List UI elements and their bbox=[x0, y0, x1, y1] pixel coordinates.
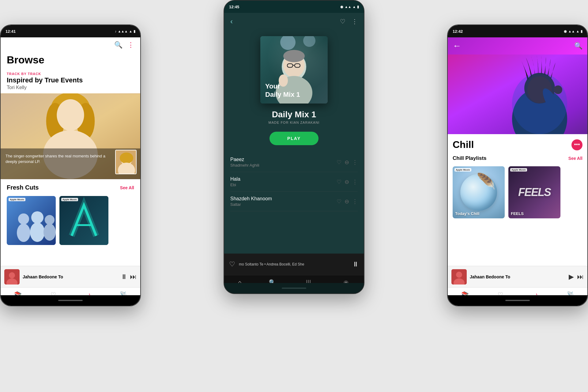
heart-track-3[interactable]: ♡ bbox=[337, 198, 341, 205]
svg-point-14 bbox=[17, 224, 30, 242]
remove-track-3[interactable]: ⊖ bbox=[345, 198, 349, 205]
chill-playlists-title: Chill Playlists bbox=[453, 155, 487, 161]
center-now-playing-text: mo Soltanto Te • Andrea Bocelli, Ed She bbox=[239, 262, 349, 266]
feels-text: FEELS bbox=[508, 166, 560, 218]
pause-button[interactable]: ⏸ bbox=[121, 273, 127, 281]
track-item-3[interactable]: Shazdeh Khanoom Sattar ♡ ⊖ ⋮ bbox=[230, 192, 358, 211]
now-playing-info: Jahaan Bedoone To bbox=[23, 274, 118, 279]
album-label-line1: Your bbox=[265, 82, 300, 90]
center-status-icons: ◉ ▲▲ ▲ ▮ bbox=[340, 5, 359, 9]
fresh-cut-card-2[interactable]: Apple Music bbox=[59, 196, 108, 245]
remove-track-2[interactable]: ⊖ bbox=[345, 179, 349, 185]
track-name-1: Paeez bbox=[230, 157, 337, 162]
right-thumb-art bbox=[451, 269, 467, 285]
more-track-2[interactable]: ⋮ bbox=[352, 179, 358, 185]
right-gesture-bar bbox=[448, 295, 587, 306]
svg-point-18 bbox=[43, 224, 56, 241]
track-list: Paeez Shadmehr Aghili ♡ ⊖ ⋮ Hala Ebi ♡ ⊖… bbox=[224, 153, 364, 211]
feather-icon: 🪶 bbox=[477, 172, 496, 190]
right-status-bar: 12:42 ◉ ▲▲ ▲ ▮ bbox=[448, 25, 587, 37]
np-pause-icon[interactable]: ⏸ bbox=[352, 260, 359, 268]
chill-card-todays[interactable]: Apple Music 🪶 Today's Chill bbox=[453, 166, 505, 218]
svg-point-10 bbox=[120, 153, 133, 164]
right-header: ← 🔍 bbox=[448, 37, 587, 55]
track-name-2: Hala bbox=[230, 176, 337, 182]
track-name-3: Shazdeh Khanoom bbox=[230, 196, 337, 202]
now-playing-bar[interactable]: Jahaan Bedoone To ⏸ ⏭ bbox=[1, 266, 140, 287]
right-now-playing[interactable]: Jahaan Bedoone To ▶ ⏭ bbox=[448, 266, 587, 287]
track-label: TRACK BY TRACK bbox=[1, 70, 140, 76]
spotify-icon: ◉ bbox=[340, 5, 343, 9]
right-np-controls: ▶ ⏭ bbox=[569, 273, 584, 281]
fresh-cuts-title: Fresh Cuts bbox=[7, 184, 39, 191]
skip-button[interactable]: ⏭ bbox=[130, 273, 137, 281]
more-icon[interactable]: ⋮ bbox=[127, 41, 134, 49]
heart-button[interactable]: ♡ bbox=[340, 18, 345, 25]
left-phone: 12:41 ♪ ▲▲▲ ▲ ▮ 🔍 ⋮ Browse TRACK BY TRAC… bbox=[0, 24, 141, 306]
wifi-icon: ▲ bbox=[352, 5, 356, 9]
left-status-bar: 12:41 ♪ ▲▲▲ ▲ ▮ bbox=[1, 25, 140, 37]
header-actions: ♡ ⋮ bbox=[340, 18, 358, 25]
more-dots-icon: ••• bbox=[574, 141, 580, 148]
card2-art bbox=[59, 196, 108, 245]
right-search-button[interactable]: 🔍 bbox=[574, 42, 582, 50]
np-heart-icon[interactable]: ♡ bbox=[229, 260, 235, 268]
right-np-title: Jahaan Bedoone To bbox=[470, 274, 566, 279]
svg-point-5 bbox=[57, 99, 84, 131]
track-info-3: Shazdeh Khanoom Sattar bbox=[230, 196, 337, 207]
thumb-svg bbox=[116, 150, 137, 174]
chill-title: Chill bbox=[453, 139, 474, 150]
signal-icon: ▲▲▲ bbox=[118, 29, 128, 33]
chill-playlists-row: Apple Music 🪶 Today's Chill Apple Music … bbox=[448, 164, 587, 221]
more-button[interactable]: ⋮ bbox=[352, 18, 358, 25]
apple-music-badge-2: Apple Music bbox=[61, 198, 78, 201]
right-back-button[interactable]: ← bbox=[453, 41, 461, 51]
heart-track-2[interactable]: ♡ bbox=[337, 179, 341, 185]
remove-track-1[interactable]: ⊖ bbox=[345, 159, 349, 166]
more-dots-button[interactable]: ••• bbox=[571, 139, 582, 150]
track-artist-2: Ebi bbox=[230, 183, 337, 187]
todays-chill-label: Today's Chill bbox=[455, 211, 479, 216]
battery-icon: ▮ bbox=[357, 5, 359, 9]
mix-title: Daily Mix 1 bbox=[224, 110, 364, 119]
track-item-2[interactable]: Hala Ebi ♡ ⊖ ⋮ bbox=[230, 172, 358, 192]
center-phone: 12:45 ◉ ▲▲ ▲ ▮ ‹ ♡ ⋮ bbox=[224, 0, 364, 294]
center-now-playing[interactable]: ♡ mo Soltanto Te • Andrea Bocelli, Ed Sh… bbox=[224, 254, 364, 275]
more-track-3[interactable]: ⋮ bbox=[352, 198, 358, 205]
apple-music-badge: Apple Music bbox=[9, 198, 25, 201]
signal-icon: ▲▲ bbox=[345, 5, 351, 9]
right-phone: 12:42 ◉ ▲▲ ▲ ▮ ← 🔍 bbox=[447, 24, 588, 306]
right-skip-button[interactable]: ⏭ bbox=[577, 273, 584, 281]
svg-point-21 bbox=[9, 272, 15, 278]
chill-card-feels[interactable]: Apple Music FEELS FEELS bbox=[508, 166, 560, 218]
track-info-2: Hala Ebi bbox=[230, 176, 337, 187]
purple-hero-svg bbox=[448, 55, 587, 134]
back-button[interactable]: ‹ bbox=[230, 17, 233, 26]
svg-point-17 bbox=[45, 215, 55, 225]
svg-point-13 bbox=[18, 213, 29, 224]
gesture-bar bbox=[1, 295, 140, 306]
feels-label: FEELS bbox=[511, 211, 524, 216]
browse-title: Browse bbox=[1, 53, 140, 70]
right-np-info: Jahaan Bedoone To bbox=[470, 274, 566, 279]
now-playing-controls: ⏸ ⏭ bbox=[121, 273, 137, 281]
right-play-button[interactable]: ▶ bbox=[569, 273, 574, 281]
battery-icon-r: ▮ bbox=[581, 29, 582, 33]
more-track-1[interactable]: ⋮ bbox=[352, 159, 358, 166]
mix-subtitle: MADE FOR KIAN ZARAKANI bbox=[224, 121, 364, 124]
play-label: PLAY bbox=[287, 136, 301, 141]
fresh-cuts-row: Apple Music Apple Music bbox=[1, 194, 140, 247]
now-playing-title: Jahaan Bedoone To bbox=[23, 274, 118, 279]
svg-point-16 bbox=[30, 222, 45, 242]
track-actions-2: ♡ ⊖ ⋮ bbox=[337, 179, 358, 185]
see-all-button[interactable]: See All bbox=[120, 185, 134, 190]
now-playing-thumb bbox=[4, 269, 20, 285]
chill-see-all[interactable]: See All bbox=[568, 156, 582, 161]
play-button[interactable]: PLAY bbox=[270, 132, 318, 145]
fresh-cut-card-1[interactable]: Apple Music bbox=[7, 196, 56, 245]
hero-image[interactable]: The singer-songwriter shares the real mo… bbox=[1, 93, 140, 179]
heart-track-1[interactable]: ♡ bbox=[337, 159, 341, 166]
search-icon[interactable]: 🔍 bbox=[114, 41, 123, 49]
track-item-1[interactable]: Paeez Shadmehr Aghili ♡ ⊖ ⋮ bbox=[230, 153, 358, 172]
center-header: ‹ ♡ ⋮ bbox=[224, 13, 364, 30]
